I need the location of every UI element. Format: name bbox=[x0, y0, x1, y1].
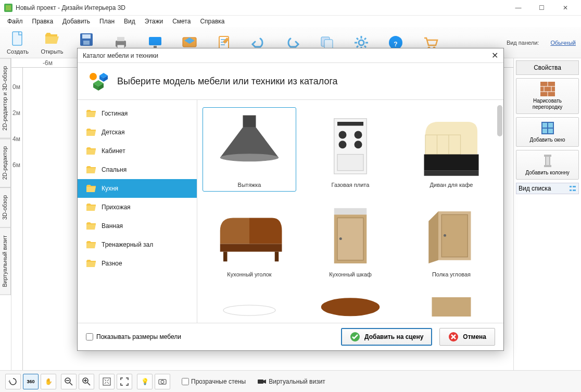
folder-icon bbox=[86, 222, 96, 230]
menu-file[interactable]: Файл bbox=[3, 16, 27, 27]
menu-floors[interactable]: Этажи bbox=[141, 16, 167, 27]
menu-add[interactable]: Добавить bbox=[58, 16, 94, 27]
item-thumbnail bbox=[210, 200, 288, 268]
svg-rect-25 bbox=[544, 165, 551, 167]
pan-button[interactable]: ✋ bbox=[41, 374, 56, 389]
folder-icon bbox=[86, 166, 96, 174]
category-item[interactable]: Прихожая bbox=[78, 198, 197, 217]
add-window-button[interactable]: Добавить окно bbox=[516, 117, 579, 147]
light-button[interactable]: 💡 bbox=[137, 374, 153, 389]
category-item[interactable]: Спальня bbox=[78, 160, 197, 179]
column-icon bbox=[540, 154, 555, 168]
menu-estimate[interactable]: Смета bbox=[168, 16, 195, 27]
dialog-title: Каталог мебели и техники bbox=[83, 52, 158, 59]
svg-point-16 bbox=[359, 40, 364, 45]
show-sizes-checkbox[interactable]: Показывать размеры мебели bbox=[86, 333, 181, 340]
minimize-button[interactable]: — bbox=[507, 0, 530, 16]
expand-icon bbox=[120, 377, 129, 386]
expand-button[interactable] bbox=[117, 374, 132, 389]
properties-tab[interactable]: Свойства bbox=[516, 60, 579, 75]
catalog-item[interactable] bbox=[304, 286, 397, 314]
list-view-label[interactable]: Вид списка bbox=[516, 183, 579, 194]
tab-2d[interactable]: 2D-редактор bbox=[0, 138, 11, 187]
catalog-item[interactable]: Кухонный уголок bbox=[203, 197, 296, 281]
virtual-visit-checkbox[interactable]: Виртуальный визит bbox=[257, 378, 325, 385]
transparent-walls-checkbox[interactable]: Прозрачные стены bbox=[182, 378, 246, 385]
panel-mode-label: Вид панели: bbox=[507, 40, 539, 46]
panel-mode-link[interactable]: Обычный bbox=[550, 40, 576, 46]
menu-view[interactable]: Вид bbox=[120, 16, 140, 27]
category-item[interactable]: Гостиная bbox=[78, 104, 197, 123]
svg-rect-1 bbox=[6, 5, 11, 10]
category-label: Кухня bbox=[102, 185, 118, 192]
svg-point-57 bbox=[321, 298, 380, 316]
scrollbar-thumb[interactable] bbox=[497, 105, 502, 136]
category-item[interactable]: Тренажерный зал bbox=[78, 235, 197, 254]
svg-rect-27 bbox=[570, 189, 572, 191]
category-label: Кабинет bbox=[102, 147, 125, 155]
svg-rect-58 bbox=[432, 297, 471, 317]
folder-icon bbox=[86, 147, 96, 155]
category-item[interactable]: Кухня bbox=[78, 179, 197, 198]
tab-2d-3d[interactable]: 2D-редактор и 3D-обзор bbox=[0, 58, 11, 138]
item-label: Газовая плита bbox=[332, 182, 370, 188]
category-label: Детская bbox=[102, 129, 124, 136]
tab-virtual[interactable]: Виртуальный визит bbox=[0, 227, 11, 295]
close-button[interactable]: ✕ bbox=[553, 0, 577, 16]
open-button[interactable]: Открыть bbox=[40, 31, 65, 55]
category-item[interactable]: Ванная bbox=[78, 217, 197, 235]
titlebar: Новый проект - Дизайн Интерьера 3D — ☐ ✕ bbox=[0, 0, 581, 16]
catalog-item[interactable]: Диван для кафе bbox=[405, 107, 498, 192]
folder-icon bbox=[86, 241, 96, 249]
draw-partition-button[interactable]: Нарисовать перегородку bbox=[516, 78, 579, 114]
category-item[interactable]: Детская bbox=[78, 123, 197, 142]
app-icon bbox=[4, 4, 12, 12]
item-label: Кухонный шкаф bbox=[329, 271, 372, 277]
360-button[interactable]: 360 bbox=[23, 374, 39, 389]
camera-button[interactable] bbox=[155, 374, 170, 389]
catalog-item[interactable]: Газовая плита bbox=[304, 107, 397, 192]
folder-icon bbox=[86, 184, 96, 193]
svg-point-41 bbox=[339, 131, 347, 139]
svg-rect-47 bbox=[424, 171, 479, 176]
fit-button[interactable] bbox=[99, 374, 115, 389]
folder-icon bbox=[86, 109, 96, 118]
category-item[interactable]: Кабинет bbox=[78, 142, 197, 160]
menu-edit[interactable]: Правка bbox=[28, 16, 58, 27]
catalog-item[interactable]: Вытяжка bbox=[203, 107, 296, 192]
svg-rect-24 bbox=[544, 155, 551, 157]
category-label: Тренажерный зал bbox=[102, 241, 153, 248]
catalog-item[interactable] bbox=[203, 286, 296, 314]
category-item[interactable]: Разное bbox=[78, 254, 197, 273]
svg-point-44 bbox=[355, 141, 362, 149]
zoom-out-icon bbox=[64, 377, 73, 386]
zoom-out-button[interactable] bbox=[61, 374, 77, 389]
cancel-button[interactable]: Отмена bbox=[439, 328, 495, 346]
svg-text:?: ? bbox=[394, 41, 397, 48]
catalog-dialog: Каталог мебели и техники ✕ Выберите моде… bbox=[77, 48, 504, 351]
catalog-item[interactable]: Кухонный шкаф bbox=[304, 197, 397, 281]
svg-rect-28 bbox=[573, 186, 576, 187]
category-label: Гостиная bbox=[102, 110, 128, 117]
add-column-button[interactable]: Добавить колонну bbox=[516, 150, 579, 180]
zoom-in-button[interactable] bbox=[79, 374, 94, 389]
rotate-button[interactable] bbox=[5, 374, 21, 389]
create-button[interactable]: Создать bbox=[5, 31, 30, 55]
tab-3d[interactable]: 3D-обзор bbox=[0, 187, 11, 227]
bulb-icon: 💡 bbox=[141, 378, 149, 385]
folder-icon bbox=[86, 128, 96, 136]
svg-rect-49 bbox=[223, 252, 228, 262]
dialog-close-button[interactable]: ✕ bbox=[491, 50, 498, 60]
item-label: Кухонный уголок bbox=[227, 271, 271, 277]
left-tabs: 2D-редактор и 3D-обзор 2D-редактор 3D-об… bbox=[0, 58, 11, 370]
maximize-button[interactable]: ☐ bbox=[530, 0, 553, 16]
menu-plan[interactable]: План bbox=[95, 16, 119, 27]
menu-help[interactable]: Справка bbox=[196, 16, 229, 27]
brick-icon bbox=[540, 82, 555, 96]
add-to-scene-button[interactable]: Добавить на сцену bbox=[341, 328, 432, 346]
svg-rect-9 bbox=[149, 37, 161, 45]
catalog-item[interactable]: Полка угловая bbox=[405, 197, 498, 281]
catalog-item[interactable] bbox=[405, 286, 498, 314]
item-label: Диван для кафе bbox=[430, 182, 473, 188]
camera-icon bbox=[158, 377, 167, 386]
